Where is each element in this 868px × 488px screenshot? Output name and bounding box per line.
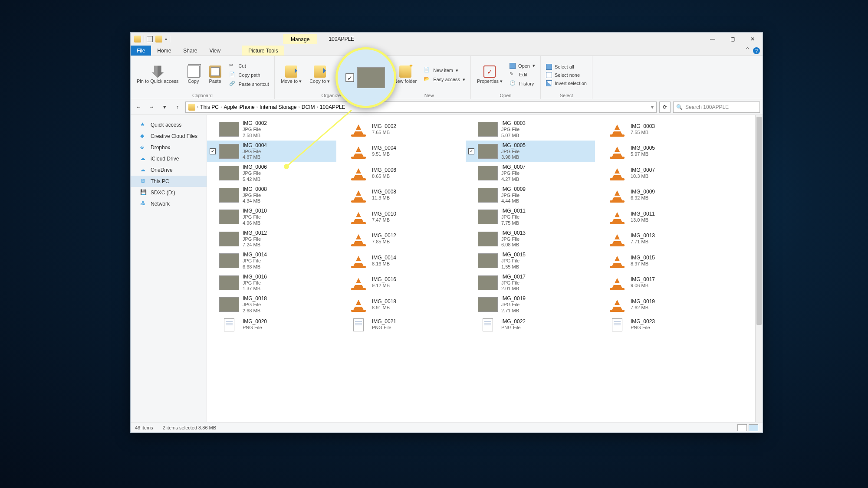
file-item[interactable]: IMG_0010JPG File4.96 MB — [207, 206, 336, 228]
sidebar-item[interactable]: 🖥This PC — [131, 176, 207, 187]
file-item[interactable]: IMG_001113.0 MB — [595, 206, 724, 228]
file-item[interactable]: IMG_00197.62 MB — [595, 294, 724, 316]
close-button[interactable]: ✕ — [743, 33, 763, 46]
file-item[interactable]: IMG_00158.97 MB — [595, 250, 724, 272]
sidebar-item[interactable]: ★Quick access — [131, 119, 207, 131]
forward-button[interactable]: → — [146, 102, 157, 112]
breadcrumb[interactable]: 100APPLE — [320, 104, 345, 110]
edit-button[interactable]: ✎Edit — [508, 71, 537, 79]
easy-access-button[interactable]: 📂Easy access ▾ — [422, 75, 467, 83]
file-item[interactable]: IMG_0007JPG File4.27 MB — [466, 162, 595, 184]
copy-path-button[interactable]: 📄Copy path — [227, 71, 271, 79]
help-button[interactable]: ? — [753, 47, 760, 54]
maximize-button[interactable]: ▢ — [723, 33, 743, 46]
qa-folder-icon[interactable] — [155, 36, 162, 43]
file-item[interactable]: IMG_00127.85 MB — [336, 228, 466, 250]
tab-picture-tools[interactable]: Picture Tools — [242, 46, 284, 56]
qa-dropdown-icon[interactable]: ▾ — [165, 37, 167, 42]
pin-to-quick-access-button[interactable]: Pin to Quick access — [134, 64, 181, 85]
file-item[interactable]: IMG_0011JPG File7.75 MB — [466, 206, 595, 228]
address-bar[interactable]: › This PC› Apple iPhone› Internal Storag… — [185, 102, 657, 113]
breadcrumb[interactable]: This PC — [200, 104, 219, 110]
sidebar-item[interactable]: ◆Creative Cloud Files — [131, 131, 207, 142]
breadcrumb[interactable]: DCIM — [302, 104, 315, 110]
up-button[interactable]: ↑ — [172, 102, 183, 112]
invert-selection-button[interactable]: Invert selection — [544, 80, 589, 87]
checkbox-icon[interactable]: ✓ — [210, 148, 216, 154]
tiles-view-button[interactable] — [749, 424, 758, 431]
folder-icon — [134, 36, 141, 43]
contextual-tab-manage[interactable]: Manage — [283, 34, 317, 44]
file-item[interactable]: IMG_00068.65 MB — [336, 162, 466, 184]
recent-dropdown[interactable]: ▾ — [159, 102, 170, 112]
file-item[interactable]: IMG_00137.71 MB — [595, 228, 724, 250]
select-none-button[interactable]: Select none — [544, 72, 589, 79]
file-item[interactable]: IMG_0002JPG File2.58 MB — [207, 118, 336, 141]
file-item[interactable]: IMG_0006JPG File5.42 MB — [207, 162, 336, 184]
tab-view[interactable]: View — [203, 46, 227, 56]
file-item[interactable]: IMG_0022PNG File — [466, 316, 595, 334]
sidebar-item[interactable]: ☁OneDrive — [131, 164, 207, 176]
file-item[interactable]: ✓IMG_0005JPG File3.98 MB — [466, 141, 595, 163]
cut-button[interactable]: ✂Cut — [227, 62, 271, 70]
file-item[interactable]: IMG_0018JPG File2.68 MB — [207, 294, 336, 316]
details-view-button[interactable] — [737, 424, 747, 431]
tab-share[interactable]: Share — [177, 46, 203, 56]
qa-checkbox-icon[interactable] — [147, 36, 153, 42]
file-item[interactable]: IMG_00107.47 MB — [336, 206, 466, 228]
sidebar-item[interactable]: 💾SDXC (D:) — [131, 187, 207, 198]
file-item[interactable]: IMG_00096.92 MB — [595, 184, 724, 206]
copy-to-button[interactable]: Copy to ▾ — [307, 64, 332, 85]
file-item[interactable]: IMG_0003JPG File5.07 MB — [466, 118, 595, 141]
move-to-button[interactable]: Move to ▾ — [278, 64, 304, 85]
back-button[interactable]: ← — [133, 102, 144, 112]
paste-shortcut-button[interactable]: 🔗Paste shortcut — [227, 80, 271, 88]
file-item[interactable]: IMG_0023PNG File — [595, 316, 724, 334]
file-item[interactable]: IMG_0013JPG File6.08 MB — [466, 228, 595, 250]
file-item[interactable]: IMG_0020PNG File — [207, 316, 336, 334]
file-item[interactable]: IMG_00049.51 MB — [336, 141, 466, 163]
file-item[interactable]: IMG_00148.16 MB — [336, 250, 466, 272]
open-button[interactable]: Open ▾ — [508, 62, 537, 69]
file-item[interactable]: IMG_0015JPG File1.55 MB — [466, 250, 595, 272]
file-item[interactable]: IMG_000811.3 MB — [336, 184, 466, 206]
file-item[interactable]: IMG_00169.12 MB — [336, 272, 466, 294]
file-item[interactable]: IMG_00188.91 MB — [336, 294, 466, 316]
new-item-button[interactable]: 📄New item ▾ — [422, 66, 467, 74]
file-type: JPG File — [501, 258, 526, 264]
file-item[interactable]: IMG_00179.06 MB — [595, 272, 724, 294]
breadcrumb[interactable]: Apple iPhone — [224, 104, 254, 110]
copy-button[interactable]: Copy — [184, 64, 203, 85]
scrollbar[interactable] — [755, 115, 763, 422]
file-type: JPG File — [243, 302, 267, 308]
file-item[interactable]: IMG_00027.65 MB — [336, 118, 466, 141]
sidebar-item[interactable]: ⬙Dropbox — [131, 142, 207, 153]
checkbox-icon[interactable]: ✓ — [468, 148, 474, 154]
refresh-button[interactable]: ⟳ — [659, 102, 671, 113]
file-item[interactable]: IMG_0021PNG File — [336, 316, 466, 334]
file-item[interactable]: IMG_0009JPG File4.44 MB — [466, 184, 595, 206]
collapse-ribbon-icon[interactable]: ˆ — [746, 47, 749, 55]
file-item[interactable]: IMG_0019JPG File2.71 MB — [466, 294, 595, 316]
properties-button[interactable]: Properties ▾ — [474, 64, 505, 85]
tab-file[interactable]: File — [131, 46, 151, 56]
file-size: 7.71 MB — [631, 239, 655, 245]
search-input[interactable]: 🔍 Search 100APPLE — [673, 102, 760, 113]
file-item[interactable]: IMG_0016JPG File1.37 MB — [207, 272, 336, 294]
file-item[interactable]: IMG_00037.55 MB — [595, 118, 724, 141]
history-button[interactable]: 🕑History — [508, 80, 537, 88]
breadcrumb[interactable]: Internal Storage — [260, 104, 296, 110]
file-item[interactable]: IMG_0014JPG File6.68 MB — [207, 250, 336, 272]
paste-button[interactable]: Paste — [206, 64, 225, 85]
sidebar-item[interactable]: ☁iCloud Drive — [131, 153, 207, 164]
file-item[interactable]: IMG_000710.3 MB — [595, 162, 724, 184]
file-item[interactable]: ✓IMG_0004JPG File4.87 MB — [207, 141, 336, 163]
file-item[interactable]: IMG_0017JPG File2.01 MB — [466, 272, 595, 294]
file-item[interactable]: IMG_00055.97 MB — [595, 141, 724, 163]
minimize-button[interactable]: — — [703, 33, 723, 46]
sidebar-item[interactable]: 🖧Network — [131, 198, 207, 210]
select-all-button[interactable]: Select all — [544, 63, 589, 70]
file-item[interactable]: IMG_0008JPG File4.34 MB — [207, 184, 336, 206]
tab-home[interactable]: Home — [151, 46, 177, 56]
file-item[interactable]: IMG_0012JPG File7.24 MB — [207, 228, 336, 250]
